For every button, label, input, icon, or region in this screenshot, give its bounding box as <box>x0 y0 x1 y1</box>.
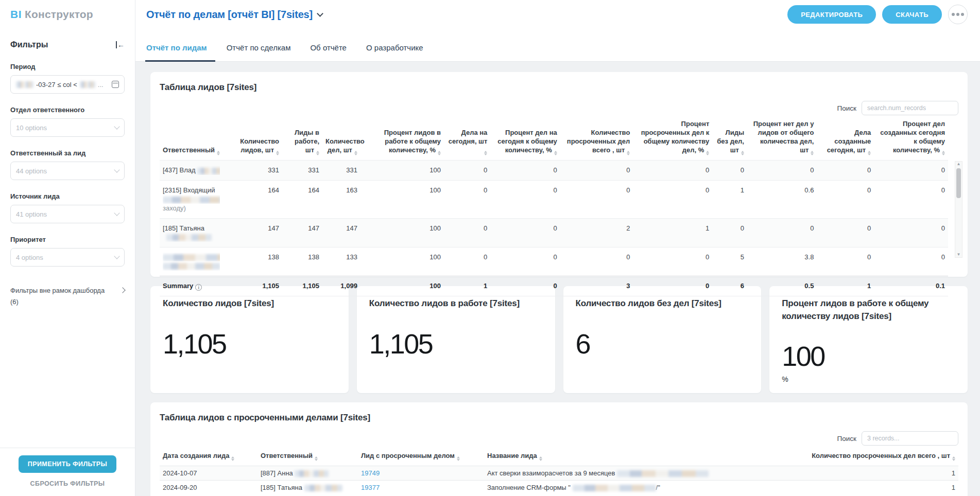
topbar-main: Отчёт по делам [отчёт BI] [7sites] РЕДАК… <box>135 0 980 29</box>
value-cell: 0 <box>874 218 948 247</box>
column-header[interactable]: Количество дел, шт <box>322 116 360 161</box>
column-header[interactable]: Процент лидов в работе к общему количест… <box>360 116 444 161</box>
value-cell: 331 <box>322 161 360 181</box>
scroll-down-icon[interactable]: ▼ <box>957 252 961 257</box>
leads-search-input[interactable] <box>862 101 958 115</box>
filter-label: Источник лида <box>10 192 125 200</box>
tab-label: Отчёт по сделкам <box>227 43 291 52</box>
column-header-label: Название лида <box>487 452 537 459</box>
summary-label: Summary <box>163 282 193 290</box>
sort-icon <box>811 151 814 155</box>
column-header[interactable]: Дела на сегодня, шт <box>444 116 490 161</box>
filter-priority: Приоритет 4 options <box>10 236 125 267</box>
source-select[interactable]: 41 options <box>10 205 125 223</box>
column-header[interactable]: Лиды без дел, шт <box>712 116 747 161</box>
cell-text: [437] Влад <box>163 166 197 174</box>
search-label: Поиск <box>837 435 856 442</box>
column-header[interactable]: Лид с просроченным делом <box>358 448 484 466</box>
filter-label: Приоритет <box>10 236 125 243</box>
value-cell: 0 <box>633 247 712 276</box>
redacted-text <box>304 485 342 491</box>
value-cell: 138 <box>282 247 322 276</box>
value-cell: 0 <box>560 161 633 181</box>
summary-value-cell: 6 <box>712 276 747 296</box>
more-options-button[interactable] <box>948 5 968 24</box>
lead-id-cell: 19749 <box>358 466 484 481</box>
column-header[interactable]: Процент дел на сегодня к общему количест… <box>490 116 560 161</box>
sort-icon <box>276 151 279 155</box>
column-header-label: Процент лидов в работе к общему количест… <box>384 129 441 154</box>
lead-name-cell: Заполнение CRM-формы " /" <box>484 481 788 495</box>
summary-value-cell: 0.5 <box>747 276 817 296</box>
column-header[interactable]: Лиды в работе, шт <box>282 116 322 161</box>
value-cell: 0 <box>712 161 747 181</box>
value-cell: 0 <box>633 161 712 181</box>
value-cell: 0.6 <box>747 181 817 219</box>
scroll-up-icon[interactable]: ▲ <box>957 162 961 167</box>
sort-icon <box>316 151 319 155</box>
filter-source: Источник лида 41 options <box>10 192 125 223</box>
value-cell: 1 <box>633 218 712 247</box>
column-header[interactable]: Процент просроченных дел к общему количе… <box>633 116 712 161</box>
period-input[interactable]: -03-27 ≤ col < ... <box>10 75 125 94</box>
value-cell: 0 <box>817 181 874 219</box>
filter-label: Отдел ответственного <box>10 106 125 114</box>
column-header[interactable]: Дата создания лида <box>160 448 257 466</box>
download-button[interactable]: СКАЧАТЬ <box>882 5 942 24</box>
tab-Отчёт по сделкам[interactable]: Отчёт по сделкам <box>227 43 291 61</box>
overdue-search-input[interactable] <box>862 431 958 446</box>
logo-bi: BI <box>10 8 22 21</box>
column-header[interactable]: Дела созданные сегодня, шт <box>817 116 874 161</box>
collapse-sidebar-icon[interactable]: ← <box>116 41 125 48</box>
column-header[interactable]: Процент дел созданных сегодня к общему к… <box>874 116 948 161</box>
lead-link[interactable]: 19749 <box>361 469 380 477</box>
info-icon[interactable]: i <box>195 284 202 291</box>
value-cell: 164 <box>282 181 322 219</box>
column-header[interactable]: Название лида <box>484 448 788 466</box>
value-cell: 1 <box>712 181 747 219</box>
column-header-label: Количество просроченных дел всего , шт <box>812 452 950 459</box>
outer-filters-toggle[interactable]: Фильтры вне рамок дашборда (6) <box>10 285 125 308</box>
column-header[interactable]: Ответственный <box>160 116 223 161</box>
column-header[interactable]: Количество просроченных дел всего , шт <box>560 116 633 161</box>
kpi-card-leads-count: Количество лидов [7sites] 1,105 <box>150 286 349 393</box>
tab-label: Об отчёте <box>310 43 347 52</box>
column-header[interactable]: Процент нет дел у лидов от общего количе… <box>747 116 817 161</box>
edit-button[interactable]: РЕДАКТИРОВАТЬ <box>787 5 876 24</box>
value-cell: 147 <box>282 218 322 247</box>
responsible-select[interactable]: 44 options <box>10 162 125 180</box>
responsible-cell: [437] Влад <box>160 161 223 181</box>
priority-select[interactable]: 4 options <box>10 248 125 267</box>
lead-link[interactable]: 19377 <box>361 484 380 491</box>
kpi-title: Количество лидов без дел [7sites] <box>576 297 749 310</box>
table-scrollbar[interactable]: ▲ ▼ <box>955 161 962 258</box>
value-cell: 147 <box>223 218 282 247</box>
overdue-count-cell: 1 <box>788 466 958 481</box>
reset-filters-button[interactable]: СБРОСИТЬ ФИЛЬТРЫ <box>30 480 105 487</box>
column-header-label: Лид с просроченным делом <box>361 452 455 459</box>
summary-value-cell: 0.1 <box>874 276 948 296</box>
name-line <box>163 233 220 242</box>
sort-icon <box>354 151 357 155</box>
value-cell: 0 <box>817 161 874 181</box>
tab-Об отчёте[interactable]: Об отчёте <box>310 43 347 61</box>
cell-text: [185] Татьяна <box>261 484 304 491</box>
header-row: Дата создания лидаОтветственныйЛид с про… <box>160 448 958 466</box>
tab-Отчёт по лидам[interactable]: Отчёт по лидам <box>146 43 207 61</box>
chevron-down-icon <box>114 167 119 172</box>
scrollbar-thumb[interactable] <box>956 168 961 198</box>
sort-icon <box>539 456 542 461</box>
department-select[interactable]: 10 options <box>10 118 125 137</box>
column-header[interactable]: Ответственный <box>257 448 358 466</box>
report-title-dropdown[interactable]: Отчёт по делам [отчёт BI] [7sites] <box>146 9 322 21</box>
column-header-label: Процент дел на сегодня к общему количест… <box>497 129 557 154</box>
kpi-card-leads-in-progress: Количество лидов в работе [7sites] 1,105 <box>357 286 555 393</box>
redacted-text <box>295 470 329 477</box>
calendar-icon[interactable] <box>112 81 119 88</box>
sort-icon <box>457 456 460 461</box>
value-cell: 138 <box>223 247 282 276</box>
column-header[interactable]: Количество просроченных дел всего , шт <box>788 448 958 466</box>
column-header[interactable]: Количество лидов, шт <box>223 116 282 161</box>
tab-О разработчике[interactable]: О разработчике <box>366 43 423 61</box>
apply-filters-button[interactable]: ПРИМЕНИТЬ ФИЛЬТРЫ <box>19 455 116 473</box>
